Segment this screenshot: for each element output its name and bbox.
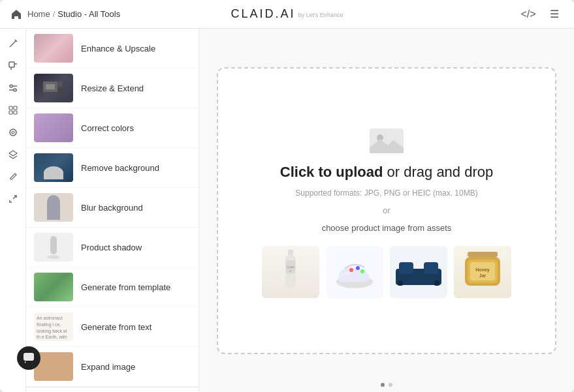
svg-rect-37 <box>398 280 403 286</box>
sidebar-label-correct: Correct colors <box>81 123 191 133</box>
breadcrumb-current: Studio - All Tools <box>57 9 120 19</box>
svg-rect-16 <box>46 84 55 89</box>
sidebar-thumb-shadow <box>34 233 73 262</box>
sidebar-thumb-enhance <box>34 34 73 63</box>
sidebar-thumb-resize <box>34 74 73 102</box>
top-bar: Home / Studio - All Tools CLAID.AI by Le… <box>0 0 574 29</box>
upload-title-rest: or drag and drop <box>383 164 493 180</box>
upload-or: or <box>383 205 391 215</box>
sidebar-item-template[interactable]: Generate from template <box>26 267 199 307</box>
svg-rect-36 <box>424 262 438 274</box>
sample-honey[interactable]: Honey Jar <box>454 246 511 298</box>
sidebar-label-shadow: Product shadow <box>81 243 191 252</box>
svg-point-14 <box>12 131 14 134</box>
svg-point-13 <box>10 129 16 136</box>
svg-point-33 <box>360 269 364 273</box>
breadcrumb-home[interactable]: Home <box>27 9 50 19</box>
svg-rect-11 <box>9 111 12 114</box>
sidebar-label-template: Generate from template <box>81 282 191 292</box>
sidebar-item-enhance[interactable]: Enhance & Upscale <box>26 29 199 68</box>
svg-text:Honey: Honey <box>475 267 490 273</box>
page-dot-2[interactable] <box>389 383 392 387</box>
sidebar-item-remove-bg[interactable]: Remove background <box>26 148 199 188</box>
svg-text:AI: AI <box>290 270 292 273</box>
sidebar-label-resize: Resize & Extend <box>81 83 191 93</box>
svg-rect-12 <box>14 111 17 114</box>
sidebar-label-expand: Expand image <box>81 362 191 372</box>
sidebar-label-remove-bg: Remove background <box>81 163 191 173</box>
sidebar-item-shadow[interactable]: Product shadow <box>26 228 199 267</box>
upload-title: Click to upload or drag and drop <box>280 164 493 181</box>
svg-rect-39 <box>468 252 498 257</box>
sample-bottle[interactable]: CLAID AI <box>262 246 319 298</box>
page-indicators <box>381 383 392 387</box>
svg-point-20 <box>47 255 60 259</box>
svg-rect-18 <box>57 88 64 93</box>
sidebar-item-text[interactable]: An astronaut floating i ce, looking back… <box>26 307 199 347</box>
upload-placeholder-icon <box>367 123 406 156</box>
logo-text: CLAID.AI <box>231 7 296 21</box>
page-dot-1[interactable] <box>381 383 385 387</box>
svg-rect-19 <box>50 236 57 254</box>
left-icon-grid[interactable] <box>3 100 23 120</box>
sample-shoes[interactable] <box>326 246 383 298</box>
breadcrumb-separator: / <box>53 9 56 19</box>
svg-point-8 <box>14 89 16 91</box>
code-icon-button[interactable]: </> <box>519 5 537 23</box>
sidebar-item-expand[interactable]: Expand image <box>26 347 199 387</box>
sample-images: CLAID AI <box>262 246 511 298</box>
sidebar-thumb-remove-bg <box>34 153 73 182</box>
breadcrumb: Home / Studio - All Tools <box>27 9 120 19</box>
left-icon-layers[interactable] <box>3 145 23 164</box>
logo-area: CLAID.AI by Let's Enhance <box>231 7 343 21</box>
svg-rect-38 <box>434 280 439 286</box>
upload-assets-text: choose product image from assets <box>322 223 452 233</box>
sidebar-item-correct[interactable]: Correct colors <box>26 108 199 148</box>
svg-line-0 <box>10 40 16 47</box>
upload-zone[interactable]: Click to upload or drag and drop Support… <box>217 67 556 354</box>
left-icon-crop[interactable] <box>3 56 23 76</box>
sidebar-thumb-blur-bg <box>34 193 73 222</box>
svg-point-7 <box>10 85 12 87</box>
sample-sofa[interactable] <box>390 246 447 298</box>
svg-point-32 <box>356 266 360 270</box>
sidebar-thumb-template <box>34 273 73 301</box>
svg-point-17 <box>57 82 63 87</box>
main-content: Enhance & Upscale Resize & Extend <box>0 29 574 392</box>
home-icon[interactable] <box>10 8 22 20</box>
left-icon-wand[interactable] <box>3 34 23 53</box>
app-window: Home / Studio - All Tools CLAID.AI by Le… <box>0 0 574 392</box>
svg-rect-35 <box>399 262 413 274</box>
logo-tagline: by Let's Enhance <box>298 12 343 18</box>
left-icon-pen[interactable] <box>3 167 23 187</box>
sidebar: Enhance & Upscale Resize & Extend <box>26 29 199 392</box>
sidebar-thumb-text: An astronaut floating i ce, looking back… <box>34 312 73 341</box>
sidebar-item-blur-bg[interactable]: Blur background <box>26 188 199 228</box>
svg-text:Jar: Jar <box>479 273 486 278</box>
chat-icon-btn[interactable] <box>17 346 40 370</box>
svg-point-31 <box>349 268 353 272</box>
svg-rect-45 <box>24 353 34 361</box>
main-area[interactable]: Click to upload or drag and drop Support… <box>199 29 574 392</box>
left-icon-circle[interactable] <box>3 123 23 142</box>
left-icon-bar <box>0 29 26 392</box>
sidebar-label-text: Generate from text <box>81 322 191 332</box>
top-bar-right: </> ☰ <box>519 5 564 23</box>
left-icon-sliders[interactable] <box>3 78 23 98</box>
sidebar-bottom: Switch to AI Photoshoot legacy editor <box>26 387 199 392</box>
sidebar-label-enhance: Enhance & Upscale <box>81 44 191 53</box>
sidebar-thumb-correct <box>34 113 73 142</box>
sidebar-label-blur-bg: Blur background <box>81 203 191 213</box>
svg-rect-25 <box>288 250 293 255</box>
svg-rect-10 <box>14 106 17 110</box>
svg-text:CLAID: CLAID <box>287 265 295 269</box>
sidebar-item-resize[interactable]: Resize & Extend <box>26 68 199 108</box>
svg-rect-9 <box>9 106 12 110</box>
menu-icon-button[interactable]: ☰ <box>545 5 564 23</box>
left-icon-resize[interactable] <box>3 189 23 209</box>
svg-rect-2 <box>9 62 14 67</box>
upload-subtitle: Supported formats: JPG, PNG or HEIC (max… <box>295 188 477 198</box>
